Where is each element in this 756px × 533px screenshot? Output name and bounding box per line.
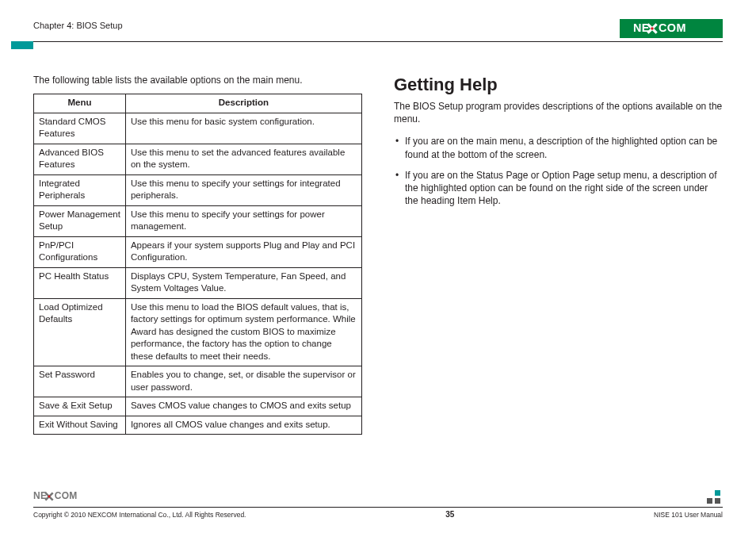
table-row: Set PasswordEnables you to change, set, … [34, 366, 362, 397]
cell-menu: Advanced BIOS Features [34, 144, 126, 174]
page-content: The following table lists the available … [33, 75, 723, 435]
table-row: Save & Exit SetupSaves CMOS value change… [34, 397, 362, 416]
cell-desc: Ignores all CMOS value changes and exits… [125, 416, 361, 435]
section-heading: Getting Help [394, 75, 723, 95]
footer-brand: NE COM [33, 491, 97, 504]
cell-menu: Power Management Setup [34, 205, 126, 236]
menu-table: Menu Description Standard CMOS FeaturesU… [33, 94, 362, 435]
table-row: Advanced BIOS FeaturesUse this menu to s… [34, 144, 362, 174]
cell-desc: Saves CMOS value changes to CMOS and exi… [125, 397, 361, 416]
cell-menu: Load Optimized Defaults [34, 298, 126, 366]
svg-rect-7 [707, 498, 712, 504]
page-footer: NE COM Copyright © 2010 NEXCOM Internati… [33, 490, 723, 519]
brand-logo: NE COM [620, 19, 723, 38]
svg-point-1 [651, 27, 654, 30]
cell-menu: Integrated Peripherals [34, 174, 126, 205]
cell-menu: Exit Without Saving [34, 416, 126, 435]
right-column: Getting Help The BIOS Setup program prov… [394, 75, 723, 435]
cell-menu: Standard CMOS Features [34, 113, 126, 144]
cell-desc: Use this menu to specify your settings f… [125, 174, 361, 205]
cell-menu: Save & Exit Setup [34, 397, 126, 416]
cell-desc: Use this menu to specify your settings f… [125, 205, 361, 236]
right-intro: The BIOS Setup program provides descript… [394, 100, 723, 125]
page-header: Chapter 4: BIOS Setup NE COM [33, 19, 723, 38]
svg-rect-6 [715, 490, 720, 496]
cell-desc: Use this menu for basic system configura… [125, 113, 361, 144]
footer-rule [33, 507, 723, 508]
footer-page-number: 35 [445, 510, 454, 519]
table-row: Standard CMOS FeaturesUse this menu for … [34, 113, 362, 144]
svg-rect-8 [715, 498, 720, 504]
table-row: Exit Without SavingIgnores all CMOS valu… [34, 416, 362, 435]
left-column: The following table lists the available … [33, 75, 362, 435]
svg-text:COM: COM [55, 491, 78, 501]
nexcom-footer-logo-icon: NE COM [33, 491, 97, 502]
table-row: Integrated PeripheralsUse this menu to s… [34, 174, 362, 205]
cell-desc: Use this menu to set the advanced featur… [125, 144, 361, 174]
bullet-list: If you are on the main menu, a descripti… [394, 135, 723, 207]
list-item: If you are on the main menu, a descripti… [394, 135, 723, 160]
cell-desc: Enables you to change, set, or disable t… [125, 366, 361, 397]
header-rule [33, 41, 723, 42]
th-menu: Menu [34, 94, 126, 113]
cell-menu: Set Password [34, 366, 126, 397]
table-row: Power Management SetupUse this menu to s… [34, 205, 362, 236]
svg-point-4 [48, 496, 51, 498]
cell-menu: PC Health Status [34, 267, 126, 298]
list-item: If you are on the Status Page or Option … [394, 169, 723, 208]
footer-ornament-icon [707, 490, 723, 504]
left-intro: The following table lists the available … [33, 75, 362, 86]
cell-desc: Displays CPU, System Temperature, Fan Sp… [125, 267, 361, 298]
accent-tab [11, 41, 33, 49]
th-description: Description [125, 94, 361, 113]
footer-doc-title: NISE 101 User Manual [654, 511, 723, 519]
cell-desc: Appears if your system supports Plug and… [125, 236, 361, 267]
nexcom-logo-icon: NE COM [628, 22, 715, 35]
footer-copyright: Copyright © 2010 NEXCOM International Co… [33, 511, 246, 519]
table-row: Load Optimized DefaultsUse this menu to … [34, 298, 362, 366]
table-row: PC Health StatusDisplays CPU, System Tem… [34, 267, 362, 298]
svg-text:NE: NE [33, 491, 47, 501]
cell-desc: Use this menu to load the BIOS default v… [125, 298, 361, 366]
chapter-title: Chapter 4: BIOS Setup [33, 19, 123, 30]
cell-menu: PnP/PCI Configurations [34, 236, 126, 267]
table-row: PnP/PCI ConfigurationsAppears if your sy… [34, 236, 362, 267]
svg-text:COM: COM [659, 22, 686, 34]
